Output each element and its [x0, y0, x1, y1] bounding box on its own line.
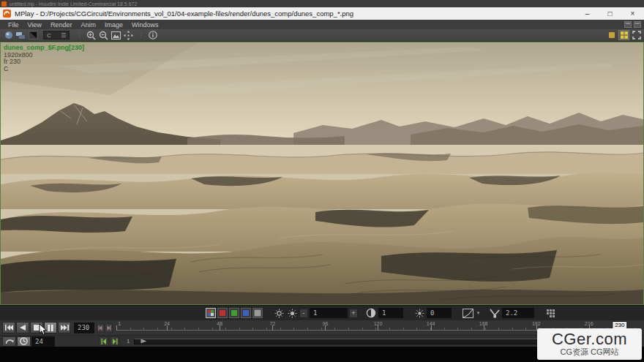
zoom-out-icon[interactable] — [98, 30, 109, 40]
contrast-field[interactable]: 1 — [378, 308, 403, 318]
houdini-window-title: untitled.hip - Houdini Indie Limited-Com… — [10, 1, 137, 7]
next-frame-button[interactable] — [105, 323, 113, 333]
exposure-field[interactable]: 1 — [310, 308, 348, 318]
toolbar-grip: ⋮ — [76, 31, 82, 39]
watermark-site: CGer.com — [552, 331, 627, 347]
mplay-titlebar[interactable]: MPlay - D:/Projects/CGCircuit/Environmen… — [0, 7, 644, 20]
go-to-first-frame-button[interactable] — [2, 322, 15, 333]
toolbar-separator: ⋮ — [138, 31, 143, 39]
range-start-value: 1 — [127, 338, 130, 344]
pause-button[interactable] — [44, 322, 57, 333]
mplay-application-window: untitled.hip - Houdini Indie Limited-Com… — [0, 0, 644, 362]
realtime-playback-button[interactable] — [17, 336, 31, 347]
menu-view[interactable]: View — [23, 21, 46, 29]
brightness-icon[interactable] — [273, 308, 285, 319]
pane-layout-icons — [624, 21, 641, 28]
tick-label: 120 — [374, 321, 383, 326]
play-reverse-button[interactable] — [16, 322, 29, 333]
exposure-icon[interactable] — [286, 308, 298, 319]
previous-frame-button[interactable] — [97, 323, 105, 333]
channel-rgba-button[interactable] — [206, 308, 216, 318]
tick-label: 24 — [164, 321, 170, 326]
current-frame-field[interactable]: 230 — [74, 323, 94, 333]
maximize-pane-icon[interactable] — [634, 21, 641, 28]
gamma-icon[interactable] — [489, 308, 501, 319]
tick-label: 96 — [322, 321, 328, 326]
menu-render[interactable]: Render — [46, 21, 77, 29]
single-image-layout-icon[interactable] — [606, 30, 617, 40]
tick-label: 168 — [479, 321, 488, 326]
tick-label: 144 — [427, 321, 435, 326]
mplay-houdini-logo-icon — [3, 10, 11, 18]
viewer-toolbar: C ⋮ ⋮ — [0, 29, 644, 42]
layout-controls — [606, 30, 642, 40]
background-color-icon[interactable] — [28, 30, 39, 40]
menu-windows[interactable]: Windows — [127, 21, 163, 29]
watermark-badge: CGer.com CG资源 CG网站 — [537, 328, 642, 360]
plane-selector-combo[interactable]: C — [43, 31, 70, 39]
plane-label: C — [4, 66, 84, 73]
gamma-field[interactable]: 2.2 — [502, 308, 534, 318]
tick-label: 192 — [532, 321, 541, 326]
window-controls: – □ × — [576, 7, 644, 20]
info-icon[interactable] — [147, 30, 158, 40]
watermark-caption: CG资源 CG网站 — [560, 347, 618, 357]
minimize-button[interactable]: – — [576, 7, 599, 20]
channel-green-button[interactable] — [229, 308, 239, 318]
display-mode-icon[interactable] — [3, 30, 14, 40]
fit-image-icon[interactable] — [111, 30, 121, 40]
jump-range-start-button[interactable] — [99, 336, 108, 346]
shift-offset-icon[interactable] — [413, 308, 425, 319]
jump-range-end-button[interactable] — [110, 336, 119, 346]
channel-red-button[interactable] — [217, 308, 228, 318]
pan-view-icon[interactable] — [123, 30, 134, 40]
go-to-last-frame-button[interactable] — [58, 322, 71, 333]
dunes-render-image — [1, 42, 643, 304]
compare-images-icon[interactable] — [15, 30, 26, 40]
range-slider-handle[interactable] — [141, 339, 146, 344]
image-adjustment-bar: - 1 + 1 0 ▼ 2.2 — [0, 305, 644, 320]
plane-selector-value: C — [47, 32, 51, 39]
tick-label: 72 — [269, 321, 275, 326]
loop-mode-button[interactable] — [2, 336, 16, 347]
offset-field[interactable]: 0 — [427, 308, 452, 318]
float-pane-icon[interactable] — [624, 21, 632, 28]
contrast-icon[interactable] — [365, 308, 377, 319]
stop-button[interactable] — [30, 322, 43, 333]
channel-alpha-button[interactable] — [252, 308, 263, 318]
mplay-window-title: MPlay - D:/Projects/CGCircuit/Environmen… — [15, 10, 353, 18]
houdini-logo-icon — [1, 1, 7, 7]
frame-label: fr 230 — [4, 59, 84, 66]
image-info-overlay: dunes_comp_$F.png[230] 1920x800 fr 230 C — [4, 45, 84, 72]
background-houdini-titlebar: untitled.hip - Houdini Indie Limited-Com… — [0, 0, 644, 7]
close-button[interactable]: × — [621, 7, 644, 20]
zoom-in-icon[interactable] — [86, 30, 97, 40]
channel-blue-button[interactable] — [241, 308, 251, 318]
exposure-decrease-button[interactable]: - — [299, 309, 308, 318]
tick-label: 48 — [217, 321, 222, 326]
exposure-increase-button[interactable]: + — [349, 309, 358, 318]
tick-label: 216 — [585, 321, 594, 326]
lut-dropdown-icon[interactable]: ▼ — [475, 309, 482, 318]
fps-field[interactable]: 24 — [31, 336, 55, 347]
menubar: File View Render Anim Image Windows — [0, 20, 644, 29]
lut-icon[interactable] — [462, 308, 473, 319]
fullscreen-icon[interactable] — [631, 30, 642, 40]
menu-file[interactable]: File — [4, 21, 23, 29]
tick-label: 1 — [118, 321, 121, 326]
grid-layout-icon[interactable] — [618, 30, 629, 40]
maximize-button[interactable]: □ — [599, 7, 621, 20]
menu-image[interactable]: Image — [100, 21, 127, 29]
image-viewport[interactable]: dunes_comp_$F.png[230] 1920x800 fr 230 C — [0, 42, 644, 305]
menu-anim[interactable]: Anim — [76, 21, 100, 29]
pixel-grid-icon[interactable] — [544, 308, 556, 319]
